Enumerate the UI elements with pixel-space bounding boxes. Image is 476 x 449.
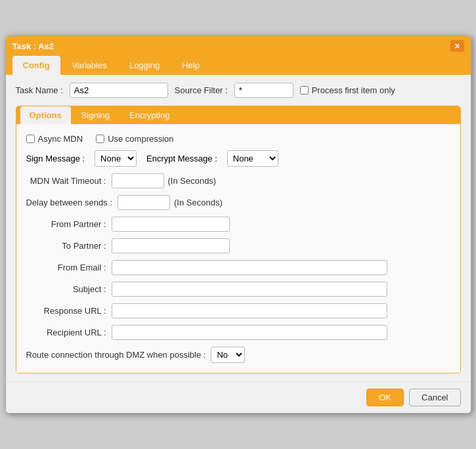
tab-logging[interactable]: Logging	[119, 56, 170, 75]
source-filter-input[interactable]	[234, 83, 293, 98]
delay-input[interactable]	[118, 195, 170, 210]
delay-unit: (In Seconds)	[174, 198, 223, 207]
cancel-button[interactable]: Cancel	[409, 389, 460, 406]
sign-message-label: Sign Message :	[26, 154, 85, 163]
response-url-label: Response URL :	[26, 306, 112, 316]
tab-config[interactable]: Config	[12, 56, 60, 75]
checkbox-row: Async MDN Use compression	[26, 134, 450, 144]
close-button[interactable]: ×	[450, 40, 464, 52]
recipient-url-input[interactable]	[112, 325, 387, 340]
sign-message-select[interactable]: None MD5 SHA1	[95, 150, 137, 167]
top-tab-bar: Config Variables Logging Help	[6, 56, 471, 75]
inner-body: Async MDN Use compression Sign Message :…	[16, 124, 460, 373]
tab-variables[interactable]: Variables	[62, 56, 118, 75]
recipient-url-label: Recipient URL :	[26, 328, 112, 337]
subject-row: Subject :	[26, 282, 450, 297]
task-name-label: Task Name :	[16, 85, 63, 95]
from-partner-label: From Partner :	[26, 219, 112, 229]
use-compression-checkbox[interactable]	[96, 135, 104, 143]
mdn-wait-unit: (In Seconds)	[168, 176, 217, 186]
tab-encrypting[interactable]: Encrypting	[120, 106, 179, 124]
mdn-wait-input[interactable]	[112, 173, 164, 188]
mdn-wait-row: MDN Wait Timeout : (In Seconds)	[26, 173, 450, 188]
ok-button[interactable]: OK	[366, 389, 404, 406]
response-url-row: Response URL :	[26, 303, 450, 318]
async-mdn-item: Async MDN	[26, 134, 83, 144]
from-email-label: From Email :	[26, 263, 112, 272]
process-first-row: Process first item only	[300, 85, 395, 95]
dialog-body: Task Name : Source Filter : Process firs…	[6, 75, 471, 381]
tab-help[interactable]: Help	[171, 56, 210, 75]
delay-label: Delay between sends :	[26, 198, 118, 207]
process-first-label: Process first item only	[312, 85, 395, 95]
inner-tab-bar: Options Signing Encrypting	[16, 106, 460, 124]
task-name-input[interactable]	[70, 83, 168, 98]
dialog-footer: OK Cancel	[6, 381, 471, 413]
tab-options[interactable]: Options	[20, 106, 71, 124]
source-filter-label: Source Filter :	[175, 85, 228, 95]
use-compression-label: Use compression	[108, 134, 173, 144]
encrypt-message-select[interactable]: None DES3 AES128	[227, 150, 278, 167]
from-email-row: From Email :	[26, 260, 450, 275]
tab-signing[interactable]: Signing	[72, 106, 119, 124]
dialog-title: Task : As2	[12, 41, 54, 51]
inner-panel: Options Signing Encrypting Async MDN Use…	[16, 106, 461, 374]
subject-input[interactable]	[112, 282, 387, 297]
use-compression-item: Use compression	[96, 134, 173, 144]
async-mdn-checkbox[interactable]	[26, 135, 35, 143]
subject-label: Subject :	[26, 284, 112, 294]
process-first-checkbox[interactable]	[300, 86, 309, 95]
mdn-wait-label: MDN Wait Timeout :	[26, 176, 112, 186]
from-email-input[interactable]	[112, 260, 387, 275]
main-dialog: Task : As2 × Config Variables Logging He…	[5, 35, 471, 414]
response-url-input[interactable]	[112, 303, 387, 318]
recipient-url-row: Recipient URL :	[26, 325, 450, 340]
route-dmz-select[interactable]: No Yes	[211, 347, 245, 363]
encrypt-message-label: Encrypt Message :	[146, 154, 217, 163]
from-partner-input[interactable]	[112, 217, 230, 232]
dmz-row: Route connection through DMZ when possib…	[26, 347, 450, 363]
title-bar: Task : As2 ×	[6, 36, 471, 56]
task-name-row: Task Name : Source Filter : Process firs…	[16, 83, 461, 98]
to-partner-input[interactable]	[112, 238, 230, 253]
to-partner-label: To Partner :	[26, 241, 112, 251]
sign-encrypt-row: Sign Message : None MD5 SHA1 Encrypt Mes…	[26, 150, 450, 167]
to-partner-row: To Partner :	[26, 238, 450, 253]
route-dmz-label: Route connection through DMZ when possib…	[26, 350, 206, 360]
from-partner-row: From Partner :	[26, 217, 450, 232]
delay-row: Delay between sends : (In Seconds)	[26, 195, 450, 210]
async-mdn-label: Async MDN	[38, 134, 83, 144]
